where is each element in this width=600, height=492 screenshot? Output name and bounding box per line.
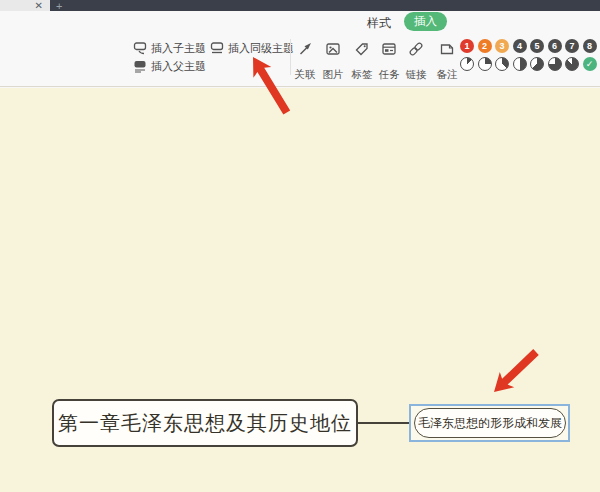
image-tool[interactable]: 图片 [318, 40, 348, 82]
app-window: ✕ + 样式 插入 插入子主题 插入同级主题 插入父主题 关联 图片 [0, 0, 600, 492]
marker-progress-2-8[interactable] [478, 57, 492, 71]
parent-topic-icon [133, 59, 147, 73]
root-topic-node[interactable]: 第一章毛泽东思想及其历史地位 [52, 399, 358, 447]
new-tab-icon[interactable]: + [56, 0, 62, 11]
relationship-icon [297, 40, 313, 57]
marker-number-5[interactable]: 5 [530, 39, 544, 53]
insert-tab-button[interactable]: 插入 [404, 12, 447, 31]
note-icon [439, 40, 455, 57]
marker-number-8[interactable]: 8 [583, 39, 597, 53]
label-label: 标签 [352, 68, 373, 82]
insert-sibling-topic-button[interactable]: 插入同级主题 [210, 41, 294, 55]
relationship-tool[interactable]: 关联 [290, 40, 320, 82]
marker-number-1[interactable]: 1 [460, 39, 474, 53]
insert-sibling-topic-label: 插入同级主题 [228, 41, 294, 56]
style-tab[interactable]: 样式 [367, 15, 391, 32]
task-label: 任务 [379, 68, 400, 82]
marker-progress-5-8[interactable] [530, 57, 544, 71]
image-label: 图片 [323, 68, 344, 82]
marker-number-3[interactable]: 3 [495, 39, 509, 53]
task-icon [381, 40, 397, 57]
toolbar: 样式 插入 插入子主题 插入同级主题 插入父主题 关联 图片 标签 [0, 11, 600, 87]
tab-bar: ✕ + [0, 0, 600, 11]
marker-progress-1-8[interactable] [460, 57, 474, 71]
child-topic-icon [133, 41, 147, 55]
marker-progress-4-8[interactable] [513, 57, 527, 71]
marker-number-6[interactable]: 6 [548, 39, 562, 53]
insert-parent-topic-label: 插入父主题 [151, 59, 206, 74]
marker-progress-done[interactable]: ✓ [583, 57, 597, 71]
mindmap-canvas[interactable]: 第一章毛泽东思想及其历史地位 毛泽东思想的形形成和发展 [0, 88, 600, 492]
link-tool[interactable]: 链接 [401, 40, 431, 82]
marker-number-7[interactable]: 7 [565, 39, 579, 53]
topic-connector-line [358, 422, 411, 424]
note-tool[interactable]: 备注 [432, 40, 462, 82]
document-tab[interactable]: ✕ [0, 0, 50, 11]
relationship-label: 关联 [295, 68, 316, 82]
image-icon [325, 40, 341, 57]
sibling-topic-icon [210, 41, 224, 55]
link-icon [408, 40, 424, 57]
tag-icon [354, 40, 370, 57]
label-tool[interactable]: 标签 [347, 40, 377, 82]
insert-child-topic-button[interactable]: 插入子主题 [133, 41, 206, 55]
child-topic-node[interactable]: 毛泽东思想的形形成和发展 [414, 408, 566, 438]
insert-child-topic-label: 插入子主题 [151, 41, 206, 56]
link-label: 链接 [406, 68, 427, 82]
close-tab-icon[interactable]: ✕ [35, 1, 43, 11]
insert-parent-topic-button[interactable]: 插入父主题 [133, 59, 206, 73]
task-tool[interactable]: 任务 [374, 40, 404, 82]
marker-progress-6-8[interactable] [548, 57, 562, 71]
note-label: 备注 [437, 68, 458, 82]
marker-number-2[interactable]: 2 [478, 39, 492, 53]
progress-markers-row: ✓ [460, 57, 597, 71]
number-markers-row: 1 2 3 4 5 6 7 8 [460, 39, 597, 53]
marker-progress-7-8[interactable] [565, 57, 579, 71]
marker-progress-3-8[interactable] [495, 57, 509, 71]
marker-number-4[interactable]: 4 [513, 39, 527, 53]
